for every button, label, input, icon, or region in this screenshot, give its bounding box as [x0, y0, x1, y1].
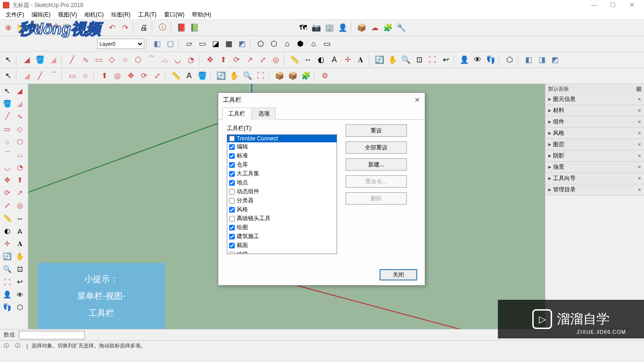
- model-info-icon[interactable]: ⓘ: [157, 22, 169, 34]
- preview-icon[interactable]: 👤: [337, 22, 349, 34]
- lt-rect-icon[interactable]: ▭: [1, 123, 13, 135]
- lt-axes-icon[interactable]: ✛: [1, 238, 13, 250]
- panel-styles[interactable]: 风格✕: [545, 128, 644, 139]
- dynamic-icon[interactable]: ⚙: [319, 70, 331, 82]
- arc-icon[interactable]: ⌒: [145, 54, 157, 66]
- lt-poscam-icon[interactable]: 👤: [1, 288, 13, 301]
- section-icon[interactable]: ⬡: [504, 54, 516, 66]
- toolbar-list-item[interactable]: 风格: [227, 205, 337, 214]
- share-icon[interactable]: ☁: [369, 22, 381, 34]
- menu-file[interactable]: 文件(F): [2, 11, 28, 19]
- status-help-icon[interactable]: ⓘ: [4, 342, 11, 350]
- ext2-icon[interactable]: 🔧: [395, 22, 407, 34]
- text2-icon[interactable]: A: [183, 70, 195, 82]
- pushpull-icon[interactable]: ⬆: [217, 54, 229, 66]
- menu-camera[interactable]: 相机(C): [81, 11, 107, 19]
- redo-icon[interactable]: ↷: [119, 22, 131, 34]
- arc3-icon[interactable]: ◡: [172, 54, 184, 66]
- lt-offset-icon[interactable]: ◎: [14, 199, 26, 212]
- dimension-icon[interactable]: ↔: [302, 54, 314, 66]
- lt-dim-icon[interactable]: ↔: [14, 212, 26, 224]
- delete-icon[interactable]: ✖: [87, 22, 99, 34]
- arc2-icon[interactable]: ⌓: [158, 54, 171, 66]
- lt-select-icon[interactable]: ↖: [1, 85, 13, 97]
- pan-icon[interactable]: ✋: [387, 54, 399, 66]
- lt-zoomwin-icon[interactable]: ⊡: [14, 263, 26, 275]
- toolbar-checkbox[interactable]: [229, 180, 235, 186]
- solid-icon[interactable]: ◨: [536, 54, 548, 66]
- lt-line-icon[interactable]: ╱: [1, 110, 13, 123]
- menu-view[interactable]: 视图(V): [54, 11, 81, 19]
- toolbar-checkbox[interactable]: [229, 243, 235, 248]
- shaded-tex-icon[interactable]: ▦: [223, 38, 235, 50]
- new-button[interactable]: 新建...: [346, 158, 407, 171]
- lt-arc-icon[interactable]: ⌒: [1, 148, 13, 161]
- section-fill-icon[interactable]: ⬢: [294, 38, 306, 50]
- toolbar-checkbox[interactable]: [229, 136, 235, 141]
- lt-component-icon[interactable]: ◢: [14, 85, 26, 97]
- rectangle-icon[interactable]: ▭: [92, 54, 105, 66]
- lt-scale-icon[interactable]: ⤢: [1, 199, 13, 212]
- lt-tape-icon[interactable]: 📏: [1, 212, 13, 224]
- lt-zoom-icon[interactable]: 🔍: [1, 263, 13, 275]
- toolbar-checkbox[interactable]: [229, 171, 235, 177]
- lt-circle-icon[interactable]: ○: [1, 136, 13, 148]
- toolbar-list-item[interactable]: 分类器: [227, 196, 337, 205]
- lt-prev-icon[interactable]: ↩: [14, 276, 26, 288]
- maximize-button[interactable]: ☐: [603, 0, 622, 10]
- arc4-icon[interactable]: ⌒: [47, 70, 59, 82]
- section5-icon[interactable]: ⌂: [307, 38, 320, 50]
- toolbar-checkbox[interactable]: [229, 153, 235, 159]
- panel-header[interactable]: 默认面板: [545, 84, 644, 94]
- paint2-icon[interactable]: 🪣: [196, 70, 208, 82]
- panel-instructor[interactable]: 工具向导✕: [545, 173, 644, 184]
- menu-edit[interactable]: 编辑(E): [28, 11, 54, 19]
- warehouse3-icon[interactable]: 📦: [287, 70, 299, 82]
- toolbar-checkbox[interactable]: [229, 144, 235, 150]
- lt-lookaround-icon[interactable]: 👁: [14, 288, 26, 301]
- scale-icon[interactable]: ⤢: [256, 54, 269, 66]
- outershell-icon[interactable]: ◧: [522, 54, 535, 66]
- top-icon[interactable]: ▢: [164, 38, 176, 50]
- wireframe-icon[interactable]: ▱: [183, 38, 195, 50]
- panel-scenes[interactable]: 场景✕: [545, 162, 644, 173]
- lt-arc2-icon[interactable]: ⌓: [14, 148, 26, 161]
- tab-toolbars[interactable]: 工具栏: [222, 107, 251, 120]
- zoom-window-icon[interactable]: ⊡: [413, 54, 425, 66]
- lt-polygon-icon[interactable]: ⬡: [14, 136, 26, 148]
- undo-icon[interactable]: ↶: [106, 22, 118, 34]
- protractor-icon[interactable]: ◐: [315, 54, 327, 66]
- tape2-icon[interactable]: 📏: [170, 70, 182, 82]
- toolbar-list-item[interactable]: 编辑: [227, 142, 337, 151]
- eraser3-icon[interactable]: ◢: [21, 70, 33, 82]
- copy-icon[interactable]: 📋: [60, 22, 73, 34]
- toolbar-list-item[interactable]: 沙箱: [227, 250, 337, 254]
- reset-all-button[interactable]: 全部重设: [346, 141, 407, 154]
- lt-paint-icon[interactable]: 🪣: [1, 98, 13, 110]
- previous-icon[interactable]: ↩: [439, 54, 452, 66]
- lt-pushpull-icon[interactable]: ⬆: [14, 174, 26, 186]
- terrain-icon[interactable]: 📷: [310, 22, 322, 34]
- tab-options[interactable]: 选项: [252, 107, 276, 120]
- lt-eraser-icon[interactable]: ◢: [14, 98, 26, 110]
- mono-icon[interactable]: ◩: [236, 38, 248, 50]
- toolbar-list-item[interactable]: 仓库: [227, 160, 337, 169]
- panel-shadows[interactable]: 阴影✕: [545, 150, 644, 162]
- text-icon[interactable]: A: [328, 54, 340, 66]
- move-icon[interactable]: ✥: [204, 54, 216, 66]
- menu-help[interactable]: 帮助(H): [188, 11, 215, 19]
- lt-3dtext-icon[interactable]: 𝐀: [14, 238, 26, 250]
- rotate-icon[interactable]: ⟳: [230, 54, 242, 66]
- offset2-icon[interactable]: ◎: [111, 70, 124, 82]
- look-around-icon[interactable]: 👁: [471, 54, 484, 66]
- lt-protractor-icon[interactable]: ◐: [1, 225, 13, 237]
- lt-followme-icon[interactable]: ↗: [14, 187, 26, 199]
- iso-icon[interactable]: ◧: [151, 38, 163, 50]
- warehouse-icon[interactable]: 📦: [355, 22, 368, 34]
- toolbar-list-item[interactable]: 地点: [227, 178, 337, 187]
- close-button[interactable]: 关闭: [380, 269, 417, 280]
- book-icon[interactable]: 📕: [175, 22, 188, 34]
- pan2-icon[interactable]: ✋: [228, 70, 240, 82]
- book2-icon[interactable]: 📗: [189, 22, 201, 34]
- panel-materials[interactable]: 材料✕: [545, 105, 644, 116]
